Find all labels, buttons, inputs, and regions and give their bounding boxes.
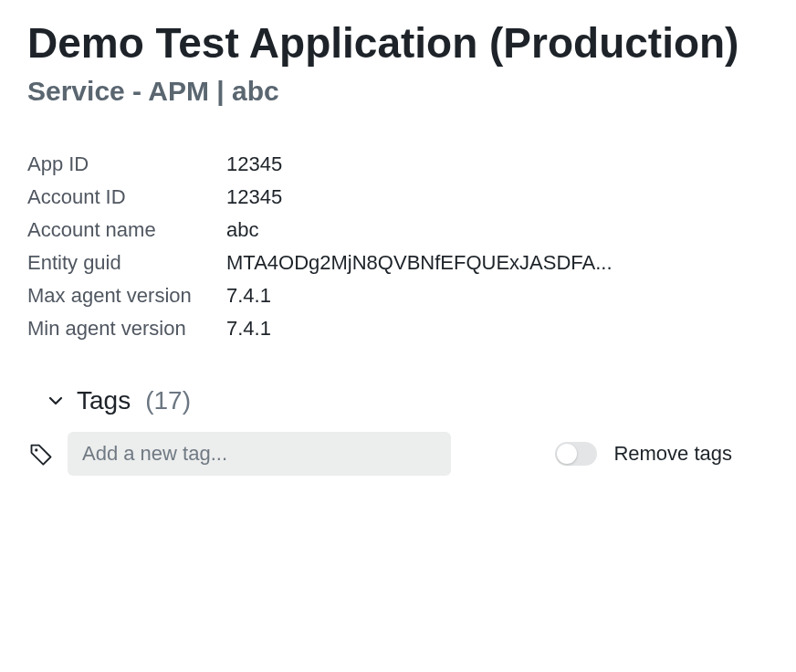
meta-label: Entity guid [27, 251, 226, 275]
tags-header[interactable]: Tags (17) [27, 386, 769, 415]
meta-row-min-agent: Min agent version 7.4.1 [27, 317, 769, 341]
chevron-down-icon [46, 391, 66, 411]
meta-label: Min agent version [27, 317, 226, 341]
meta-value: abc [226, 218, 258, 242]
tags-row: Remove tags [27, 432, 769, 476]
meta-value: 12345 [226, 152, 282, 176]
meta-value: 12345 [226, 185, 282, 209]
meta-row-account-id: Account ID 12345 [27, 185, 769, 209]
tag-icon [27, 440, 55, 467]
meta-row-max-agent: Max agent version 7.4.1 [27, 284, 769, 308]
page-title: Demo Test Application (Production) [27, 18, 769, 68]
meta-label: Max agent version [27, 284, 226, 308]
svg-point-0 [35, 448, 37, 451]
meta-label: Account ID [27, 185, 226, 209]
meta-label: App ID [27, 152, 226, 176]
meta-value: MTA4ODg2MjN8QVBNfEFQUExJASDFA... [226, 251, 613, 275]
page-subtitle: Service - APM | abc [27, 76, 769, 107]
meta-label: Account name [27, 218, 226, 242]
meta-row-account-name: Account name abc [27, 218, 769, 242]
remove-tags-group: Remove tags [555, 442, 769, 466]
meta-row-app-id: App ID 12345 [27, 152, 769, 176]
meta-value: 7.4.1 [226, 284, 271, 308]
remove-tags-label: Remove tags [613, 442, 732, 466]
tags-count: (17) [145, 386, 191, 415]
meta-row-entity-guid: Entity guid MTA4ODg2MjN8QVBNfEFQUExJASDF… [27, 251, 769, 275]
meta-value: 7.4.1 [226, 317, 271, 341]
metadata-section: App ID 12345 Account ID 12345 Account na… [27, 152, 769, 341]
remove-tags-toggle[interactable] [555, 442, 597, 466]
toggle-knob [557, 444, 577, 464]
add-tag-input[interactable] [68, 432, 451, 476]
tags-label: Tags [77, 386, 131, 415]
tags-section: Tags (17) Remove tags [27, 386, 769, 476]
